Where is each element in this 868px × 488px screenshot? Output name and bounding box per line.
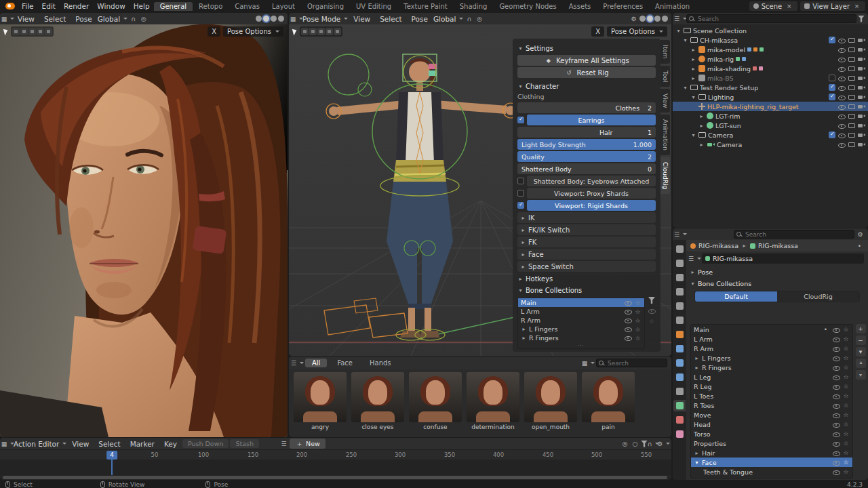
visibility-eye-icon[interactable]	[832, 364, 840, 371]
menu-edit[interactable]: Edit	[38, 2, 60, 10]
workspace-tab-shading[interactable]: Shading	[454, 2, 494, 11]
visibility-eye-icon[interactable]	[832, 383, 840, 390]
disclosure-icon[interactable]	[690, 47, 696, 53]
solo-star-icon[interactable]	[634, 326, 642, 333]
workspace-tab-animation[interactable]: Animation	[649, 2, 696, 11]
playhead-line[interactable]	[111, 460, 113, 475]
tab-tool[interactable]	[673, 243, 686, 255]
view-menu[interactable]: View	[14, 15, 39, 23]
bone-collection-row[interactable]: Head	[691, 420, 852, 429]
clothes-slider[interactable]: Clothes 2	[517, 102, 656, 113]
workspace-tab-geometry-nodes[interactable]: Geometry Nodes	[493, 2, 562, 11]
browse-data-icon[interactable]	[690, 254, 699, 263]
tab-physics[interactable]	[673, 371, 686, 383]
eyebrows-attached-label[interactable]: Shattered Body: Eyebrows Attached	[527, 176, 656, 186]
pose-thumbnail[interactable]	[409, 372, 462, 422]
visibility-eye-icon[interactable]	[832, 449, 840, 457]
disable-render-icon[interactable]	[857, 122, 865, 129]
disable-render-icon[interactable]	[857, 131, 865, 139]
solo-star-icon[interactable]	[842, 421, 850, 428]
bone-collection-row[interactable]: L Fingers	[691, 353, 852, 363]
timeline-scrollbar[interactable]	[3, 476, 667, 479]
outliner-row[interactable]: mika-model	[673, 45, 868, 54]
disable-viewport-icon[interactable]	[848, 94, 855, 101]
pose-asset[interactable]: open_mouth	[524, 372, 578, 430]
pose-menu[interactable]: Pose	[71, 15, 96, 23]
solo-star-icon[interactable]	[842, 459, 850, 466]
menu-window[interactable]: Window	[93, 2, 129, 10]
hide-eye-icon[interactable]	[837, 46, 846, 54]
light-body-strength-slider[interactable]: Light Body Strength 1.000	[517, 139, 656, 150]
bone-collection-row[interactable]: Move	[691, 410, 852, 420]
list-resize-grip[interactable]	[518, 342, 644, 348]
stash-button[interactable]: Stash	[230, 439, 259, 448]
asset-tab-all[interactable]: All	[305, 359, 327, 367]
hide-eye-icon[interactable]	[837, 75, 846, 82]
outliner-row[interactable]: Camera	[673, 140, 868, 149]
outliner-row[interactable]: mika-BS	[673, 73, 868, 83]
solo-star-icon[interactable]	[842, 354, 850, 361]
transform-orientation-dropdown[interactable]: Global	[98, 15, 128, 23]
solo-star-icon[interactable]	[842, 430, 850, 437]
tab-world[interactable]	[673, 314, 686, 326]
disclosure-icon[interactable]	[698, 113, 705, 119]
bone-collection-row[interactable]: R Arm	[518, 316, 644, 325]
visibility-eye-icon[interactable]	[832, 430, 840, 438]
pose-options-dropdown[interactable]: Pose Options	[223, 26, 283, 37]
breadcrumb-data[interactable]: RIG-mikassa	[758, 242, 798, 249]
eyebrows-attached-checkbox[interactable]	[517, 178, 524, 184]
bone-collection-row[interactable]: L Toes	[691, 391, 852, 401]
overlay-options-icon[interactable]	[659, 439, 668, 448]
add-collection-button[interactable]	[856, 324, 866, 333]
display-options-icon[interactable]	[584, 359, 593, 367]
hide-eye-icon[interactable]	[837, 113, 846, 120]
bone-collection-row[interactable]: Eyes	[691, 476, 852, 479]
solo-star-icon[interactable]	[634, 317, 642, 324]
datablock-field[interactable]: RIG-mikassa	[702, 253, 864, 264]
shading-wireframe-icon[interactable]	[256, 16, 262, 22]
disclosure-icon[interactable]	[690, 94, 696, 100]
filter-icon[interactable]	[641, 441, 648, 447]
tab-material[interactable]	[673, 414, 686, 426]
bone-collection-row[interactable]: R Leg	[691, 382, 852, 391]
key-menu[interactable]: Key	[160, 440, 181, 448]
outliner-row[interactable]: Test Render Setup	[673, 83, 868, 92]
section-fk[interactable]: FK	[517, 237, 656, 247]
editor-type-icon[interactable]	[3, 14, 12, 23]
select-menu[interactable]: Select	[40, 15, 70, 23]
solo-star-icon[interactable]	[842, 383, 850, 390]
playhead-snap-icon[interactable]	[620, 439, 629, 448]
disclosure-icon[interactable]	[690, 132, 696, 138]
move-down-button[interactable]	[856, 370, 866, 380]
editor-type-icon[interactable]	[676, 14, 685, 23]
hide-eye-icon[interactable]	[837, 131, 846, 139]
snap-magnet-icon[interactable]	[129, 14, 138, 23]
hide-eye-icon[interactable]	[837, 37, 846, 44]
disable-render-icon[interactable]	[857, 65, 865, 73]
bone-collections-section-header[interactable]: Bone Collections	[686, 279, 868, 289]
pin-icon[interactable]	[855, 241, 864, 250]
active-tool-cursor-icon[interactable]	[292, 28, 298, 35]
pose-section-header[interactable]: Pose	[686, 267, 868, 277]
disable-render-icon[interactable]	[857, 37, 865, 44]
move-up-button[interactable]	[856, 359, 866, 368]
new-action-button[interactable]: New	[290, 439, 326, 449]
view-menu[interactable]: View	[68, 440, 93, 448]
blender-logo-icon[interactable]	[5, 3, 15, 9]
mirror-x-toggle[interactable]: X	[208, 26, 220, 37]
bone-collections-panel-header[interactable]: Bone Collections	[517, 285, 656, 296]
pose-thumbnail[interactable]	[467, 372, 519, 422]
pose-thumbnail[interactable]	[582, 372, 635, 422]
editor-type-icon[interactable]	[292, 14, 301, 23]
shading-material-icon[interactable]	[271, 16, 277, 22]
viewport-camera[interactable]: View Select Pose Global X Pose Options	[0, 13, 288, 437]
workspace-tab-texture-paint[interactable]: Texture Paint	[397, 2, 454, 11]
chevron-right-icon[interactable]	[521, 326, 527, 332]
tab-particles[interactable]	[673, 357, 686, 369]
exclude-checkbox[interactable]	[829, 37, 835, 43]
exclude-checkbox[interactable]	[829, 84, 835, 91]
bone-collection-row[interactable]: R Fingers	[518, 333, 644, 342]
timeline-tracks[interactable]	[0, 460, 671, 475]
hide-eye-icon[interactable]	[837, 65, 846, 73]
tab-cloudrig[interactable]: CloudRig	[660, 157, 670, 194]
